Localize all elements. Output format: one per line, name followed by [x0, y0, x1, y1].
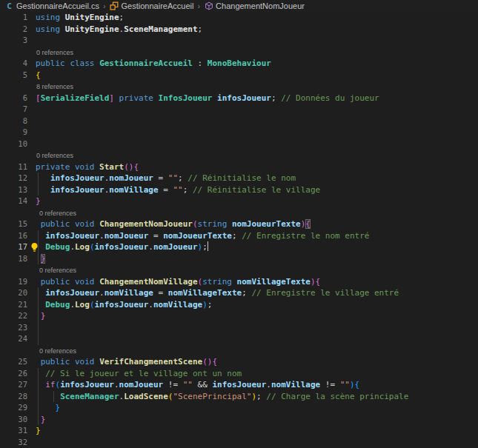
line-number[interactable]: 24: [0, 333, 27, 345]
line-number[interactable]: 10: [0, 138, 27, 150]
line-number[interactable]: 12: [0, 173, 27, 184]
code-line-3[interactable]: 3: [0, 35, 478, 47]
code-line-2[interactable]: 2using UnityEngine.SceneManagement;: [0, 24, 478, 36]
indent-guide: [38, 368, 39, 380]
codelens-references[interactable]: 0 references: [39, 208, 76, 220]
line-number[interactable]: 4: [0, 58, 27, 70]
line-number[interactable]: 29: [0, 402, 27, 414]
line-number[interactable]: 26: [0, 368, 27, 380]
code-text: // Si le joueur et le village ont un nom: [36, 368, 478, 380]
code-line-8[interactable]: 8: [0, 116, 478, 127]
code-text: infosJoueur.nomJoueur = ""; // Réinitial…: [36, 173, 478, 184]
code-line-23[interactable]: 23: [0, 322, 478, 334]
line-number[interactable]: 9: [0, 127, 27, 138]
breadcrumb-method-label: ChangementNomJoueur: [216, 1, 305, 10]
breadcrumb-class-label: GestionnaireAccueil: [122, 1, 194, 10]
code-line-29[interactable]: 29 }: [0, 402, 478, 414]
line-number[interactable]: 15: [0, 218, 27, 230]
code-line-24[interactable]: 24: [0, 333, 478, 345]
indent-guide: [38, 287, 39, 299]
line-number[interactable]: 27: [0, 379, 27, 391]
codelens-references[interactable]: 0 references: [39, 346, 76, 358]
line-number[interactable]: 2: [0, 24, 27, 36]
code-text: SceneManager.LoadScene("ScenePrincipal")…: [36, 391, 478, 403]
code-line-17[interactable]: 17 Debug.Log(infosJoueur.nomJoueur);: [0, 241, 478, 253]
code-line-11[interactable]: 11private void Start(){: [0, 161, 478, 173]
line-number[interactable]: 28: [0, 391, 27, 403]
line-number[interactable]: 22: [0, 310, 27, 322]
text-cursor: [208, 241, 209, 251]
breadcrumb-method[interactable]: ChangementNomJoueur: [204, 1, 305, 11]
line-number[interactable]: 5: [0, 70, 27, 81]
line-number[interactable]: 13: [0, 184, 27, 196]
line-number[interactable]: 21: [0, 299, 27, 311]
breadcrumb-file[interactable]: C GestionnaireAccueil.cs: [4, 1, 99, 11]
code-line-5[interactable]: 5{: [0, 70, 478, 81]
code-text: infosJoueur.nomVillage = ""; // Réinitia…: [36, 184, 478, 196]
code-text: public void VerifChangmenentScene(){: [36, 356, 478, 368]
codelens-row: 0 references: [0, 150, 478, 161]
line-number[interactable]: 14: [0, 195, 27, 207]
line-number[interactable]: 20: [0, 287, 27, 299]
line-number[interactable]: 6: [0, 93, 27, 104]
line-number[interactable]: 7: [0, 104, 27, 116]
line-number[interactable]: 8: [0, 116, 27, 127]
indent-guide: [38, 333, 39, 345]
line-number[interactable]: 19: [0, 276, 27, 288]
code-line-32[interactable]: 32: [0, 437, 478, 448]
breadcrumb-class[interactable]: GestionnaireAccueil: [110, 1, 194, 11]
code-line-19[interactable]: 19 public void ChangementNomVillage(stri…: [0, 276, 478, 288]
code-line-12[interactable]: 12 infosJoueur.nomJoueur = ""; // Réinit…: [0, 173, 478, 184]
code-line-15[interactable]: 15 public void ChangementNomJoueur(strin…: [0, 218, 478, 230]
indent-guide: [38, 310, 39, 322]
code-line-14[interactable]: 14}: [0, 195, 478, 207]
line-number[interactable]: 31: [0, 425, 27, 437]
code-line-22[interactable]: 22 }: [0, 310, 478, 322]
indent-guide: [38, 322, 39, 334]
line-number[interactable]: 16: [0, 230, 27, 242]
line-number[interactable]: 3: [0, 35, 27, 47]
indent-guide: [38, 299, 39, 311]
code-line-16[interactable]: 16 infosJoueur.nomJoueur = nomJoueurText…: [0, 230, 478, 242]
code-line-18[interactable]: 18 }: [0, 253, 478, 265]
code-text: using UnityEngine.SceneManagement;: [36, 24, 478, 36]
code-line-26[interactable]: 26 // Si le joueur et le village ont un …: [0, 368, 478, 380]
line-number[interactable]: 30: [0, 414, 27, 426]
line-number[interactable]: 18: [0, 253, 27, 265]
code-line-13[interactable]: 13 infosJoueur.nomVillage = ""; // Réini…: [0, 184, 478, 196]
line-number[interactable]: 17: [0, 241, 27, 253]
code-text: }: [36, 425, 478, 437]
symbol-method-icon: [204, 1, 213, 11]
code-line-1[interactable]: 1using UnityEngine;: [0, 12, 478, 24]
line-number[interactable]: 25: [0, 356, 27, 368]
line-number[interactable]: 23: [0, 322, 27, 334]
codelens-references[interactable]: 8 references: [36, 81, 73, 93]
code-text: }: [36, 402, 478, 414]
code-text: public void ChangementNomVillage(string …: [36, 276, 478, 288]
code-line-10[interactable]: 10: [0, 138, 478, 150]
code-line-27[interactable]: 27 if(infosJoueur.nomJoueur != "" && inf…: [0, 379, 478, 391]
code-line-28[interactable]: 28 SceneManager.LoadScene("ScenePrincipa…: [0, 391, 478, 403]
line-number[interactable]: 1: [0, 12, 27, 24]
code-line-9[interactable]: 9: [0, 127, 478, 138]
code-text: infosJoueur.nomVillage = nomVillageTexte…: [36, 287, 478, 299]
lightbulb-icon[interactable]: [30, 242, 39, 252]
codelens-row: 0 references: [0, 345, 478, 357]
indent-guide: [38, 230, 39, 242]
code-line-21[interactable]: 21 Debug.Log(infosJoueur.nomVillage);: [0, 299, 478, 311]
code-line-6[interactable]: 6[SerializeField] private InfosJoueur in…: [0, 93, 478, 104]
line-number[interactable]: 11: [0, 161, 27, 173]
codelens-references[interactable]: 0 references: [36, 150, 73, 162]
code-text: {: [36, 70, 478, 81]
codelens-references[interactable]: 0 references: [39, 265, 76, 277]
codelens-references[interactable]: 0 references: [36, 47, 73, 59]
code-line-25[interactable]: 25 public void VerifChangmenentScene(){: [0, 356, 478, 368]
breadcrumb-separator: ›: [102, 1, 107, 10]
line-number[interactable]: 32: [0, 437, 27, 448]
code-text: public class GestionnaireAccueil : MonoB…: [36, 58, 478, 70]
code-line-30[interactable]: 30 }: [0, 414, 478, 426]
code-line-20[interactable]: 20 infosJoueur.nomVillage = nomVillageTe…: [0, 287, 478, 299]
code-line-7[interactable]: 7: [0, 104, 478, 116]
code-line-31[interactable]: 31}: [0, 425, 478, 437]
code-line-4[interactable]: 4public class GestionnaireAccueil : Mono…: [0, 58, 478, 70]
